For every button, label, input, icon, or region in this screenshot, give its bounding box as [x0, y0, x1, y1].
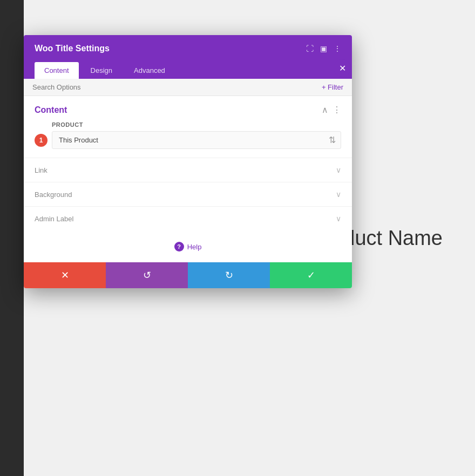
modal-header: Woo Title Settings ⛶ ▣ ⋮: [24, 35, 352, 62]
admin-label-chevron-icon: ∨: [336, 214, 341, 223]
tab-content[interactable]: Content: [35, 62, 79, 79]
help-label: Help: [187, 243, 202, 251]
redo-icon: ↻: [225, 269, 233, 281]
section-title: Content: [35, 105, 67, 115]
search-bar: + Filter: [24, 79, 352, 96]
step-badge: 1: [35, 134, 48, 147]
header-icons: ⛶ ▣ ⋮: [306, 45, 341, 52]
undo-button[interactable]: ↺: [106, 262, 188, 288]
right-close-icon: ✕: [339, 63, 346, 73]
left-sidebar: [0, 0, 24, 476]
background-row[interactable]: Background ∨: [24, 182, 352, 206]
tab-design[interactable]: Design: [81, 62, 122, 79]
link-label: Link: [35, 166, 48, 174]
link-chevron-icon: ∨: [336, 166, 341, 174]
product-field-group: Product 1 This Product Featured Product …: [24, 121, 352, 158]
admin-label-label: Admin Label: [35, 215, 73, 223]
section-header: Content ∧ ⋮: [24, 96, 352, 121]
help-link[interactable]: ? Help: [174, 242, 202, 251]
help-section: ? Help: [24, 230, 352, 262]
search-input[interactable]: [32, 83, 322, 91]
section-menu-icon[interactable]: ⋮: [332, 105, 341, 115]
modal-tabs: Content Design Advanced: [24, 62, 352, 79]
product-field-label: Product: [52, 121, 341, 128]
product-select[interactable]: This Product Featured Product Latest Pro…: [52, 131, 341, 149]
section-collapse-icon[interactable]: ∧: [322, 105, 328, 115]
filter-button[interactable]: + Filter: [322, 83, 343, 91]
more-options-icon[interactable]: ⋮: [334, 45, 341, 52]
product-select-wrapper: 1 This Product Featured Product Latest P…: [52, 131, 341, 149]
background-label: Background: [35, 191, 72, 199]
admin-label-row[interactable]: Admin Label ∨: [24, 206, 352, 230]
section-controls: ∧ ⋮: [322, 105, 341, 115]
background-chevron-icon: ∨: [336, 190, 341, 199]
fullscreen-icon[interactable]: ⛶: [306, 45, 314, 52]
modal-body: Content ∧ ⋮ Product 1 This Product Featu…: [24, 96, 352, 262]
modal-title: Woo Title Settings: [35, 44, 110, 53]
redo-button[interactable]: ↻: [188, 262, 270, 288]
link-row[interactable]: Link ∨: [24, 158, 352, 182]
cancel-button[interactable]: ✕: [24, 262, 106, 288]
save-button[interactable]: ✓: [270, 262, 352, 288]
modal-dialog: Woo Title Settings ⛶ ▣ ⋮ Content Design …: [24, 35, 352, 288]
modal-footer: ✕ ↺ ↻ ✓: [24, 262, 352, 288]
columns-icon[interactable]: ▣: [320, 45, 327, 52]
undo-icon: ↺: [143, 269, 151, 281]
right-close-button[interactable]: ✕: [334, 59, 351, 77]
tab-advanced[interactable]: Advanced: [124, 62, 175, 79]
help-question-icon: ?: [174, 242, 184, 251]
save-icon: ✓: [307, 269, 315, 281]
cancel-icon: ✕: [61, 269, 69, 281]
